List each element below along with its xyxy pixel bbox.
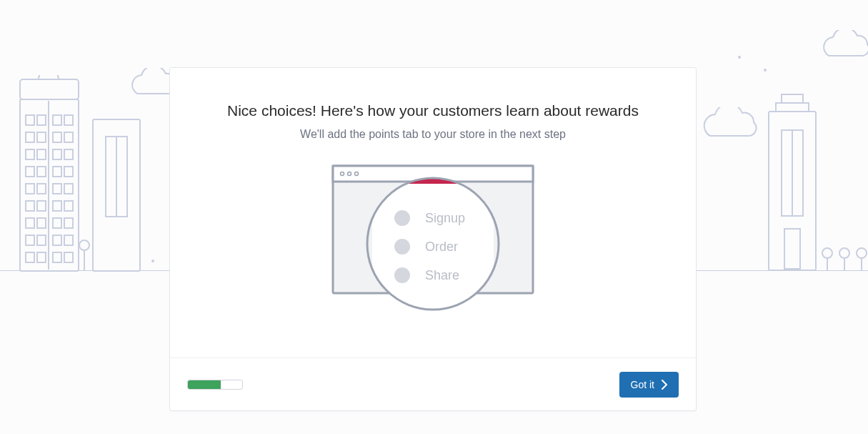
progress-bar (187, 380, 243, 390)
svg-point-68 (394, 210, 410, 226)
svg-point-57 (738, 56, 741, 59)
dots-icon (732, 50, 775, 79)
svg-point-51 (822, 248, 832, 258)
svg-rect-8 (37, 132, 46, 142)
svg-rect-24 (37, 201, 46, 211)
points-tab-illustration: Points Signup Order Share (199, 162, 667, 327)
svg-point-69 (394, 239, 410, 255)
svg-rect-17 (53, 167, 61, 177)
svg-rect-11 (26, 149, 34, 159)
svg-rect-9 (53, 132, 61, 142)
svg-point-58 (764, 69, 767, 71)
svg-rect-13 (53, 149, 61, 159)
svg-rect-38 (64, 252, 73, 262)
svg-rect-12 (37, 149, 46, 159)
svg-rect-25 (53, 201, 61, 211)
modal-body: Nice choices! Here's how your customers … (170, 68, 696, 357)
svg-rect-3 (26, 115, 34, 125)
svg-rect-31 (26, 235, 34, 245)
modal-subtitle: We'll add the points tab to your store i… (199, 128, 667, 141)
svg-rect-10 (64, 132, 73, 142)
svg-rect-1 (20, 79, 79, 99)
svg-rect-6 (64, 115, 73, 125)
svg-rect-34 (64, 235, 73, 245)
cloud-icon (820, 30, 868, 66)
svg-point-44 (151, 260, 154, 262)
modal-footer: Got it (170, 357, 696, 410)
svg-rect-14 (64, 149, 73, 159)
svg-rect-28 (37, 218, 46, 228)
svg-rect-26 (64, 201, 73, 211)
svg-point-53 (839, 248, 849, 258)
svg-rect-35 (26, 252, 34, 262)
svg-point-42 (79, 240, 89, 250)
svg-rect-36 (37, 252, 46, 262)
svg-rect-67 (381, 184, 485, 327)
svg-rect-20 (37, 184, 46, 194)
svg-rect-29 (53, 218, 61, 228)
modal-title: Nice choices! Here's how your customers … (199, 102, 667, 119)
svg-rect-27 (26, 218, 34, 228)
svg-rect-50 (784, 229, 800, 269)
svg-rect-18 (64, 167, 73, 177)
illustration-item-2: Order (425, 240, 458, 254)
illustration-item-1: Signup (425, 211, 465, 225)
buildings-right-icon (757, 86, 868, 279)
svg-rect-16 (37, 167, 46, 177)
cloud-icon (700, 107, 764, 147)
chevron-right-icon (662, 380, 667, 390)
svg-rect-21 (53, 184, 61, 194)
svg-rect-5 (53, 115, 61, 125)
svg-rect-23 (26, 201, 34, 211)
onboarding-modal: Nice choices! Here's how your customers … (169, 67, 697, 411)
svg-rect-46 (776, 103, 809, 112)
svg-rect-37 (53, 252, 61, 262)
got-it-button[interactable]: Got it (619, 372, 679, 398)
svg-rect-7 (26, 132, 34, 142)
svg-rect-30 (64, 218, 73, 228)
svg-point-70 (394, 267, 410, 283)
svg-rect-15 (26, 167, 34, 177)
svg-rect-22 (64, 184, 73, 194)
svg-rect-32 (37, 235, 46, 245)
illustration-item-3: Share (425, 268, 459, 282)
svg-point-55 (857, 248, 867, 258)
progress-fill (188, 380, 221, 389)
got-it-label: Got it (631, 379, 654, 390)
buildings-left-icon (0, 75, 171, 290)
svg-rect-33 (53, 235, 61, 245)
svg-rect-4 (37, 115, 46, 125)
svg-rect-47 (782, 94, 803, 103)
svg-rect-19 (26, 184, 34, 194)
